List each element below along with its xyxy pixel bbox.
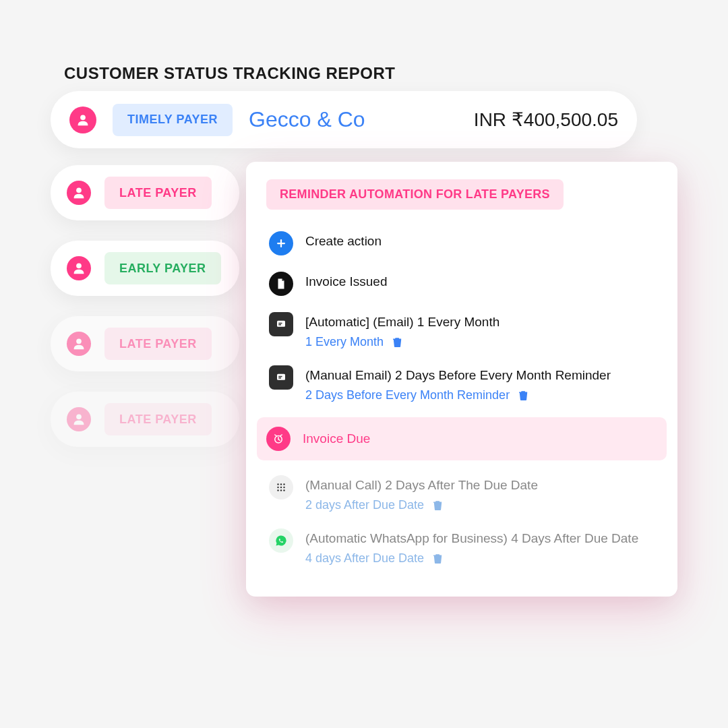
reminder-step[interactable]: (Manual Email) 2 Days Before Every Month… <box>266 357 657 411</box>
customer-row[interactable]: LATE PAYER <box>51 316 239 371</box>
message-icon <box>269 312 293 336</box>
customer-row[interactable]: EARLY PAYER <box>51 241 239 296</box>
company-name: Gecco & Co <box>249 107 365 132</box>
customer-row[interactable]: LATE PAYER <box>51 392 239 447</box>
invoice-issued-row: Invoice Issued <box>266 264 657 304</box>
customer-row[interactable]: LATE PAYER <box>51 165 239 220</box>
amount: INR ₹400,500.05 <box>474 109 618 131</box>
step-sublabel[interactable]: 2 days After Due Date <box>305 498 424 512</box>
step-label: [Automatic] (Email) 1 Every Month <box>305 315 655 330</box>
create-action-label: Create action <box>305 234 655 249</box>
step-sublabel[interactable]: 2 Days Before Every Month Reminder <box>305 388 510 402</box>
step-label: (Manual Call) 2 Days After The Due Date <box>305 478 655 493</box>
customer-row-featured[interactable]: TIMELY PAYER Gecco & Co INR ₹400,500.05 <box>51 91 637 148</box>
invoice-due-label: Invoice Due <box>303 431 370 446</box>
avatar <box>67 332 91 356</box>
reminder-step[interactable]: (Automatic WhatsApp for Business) 4 Days… <box>266 520 657 574</box>
keypad-icon <box>269 475 293 499</box>
create-action-row[interactable]: Create action <box>266 223 657 264</box>
status-badge-late: LATE PAYER <box>104 403 212 435</box>
status-badge-late: LATE PAYER <box>104 328 212 360</box>
reminder-step[interactable]: [Automatic] (Email) 1 Every Month 1 Ever… <box>266 304 657 357</box>
avatar <box>67 407 91 431</box>
trash-icon[interactable] <box>432 499 444 511</box>
invoice-issued-label: Invoice Issued <box>305 274 655 289</box>
step-label: (Automatic WhatsApp for Business) 4 Days… <box>305 531 655 546</box>
step-sublabel[interactable]: 4 days After Due Date <box>305 551 424 566</box>
page-title: CUSTOMER STATUS TRACKING REPORT <box>64 64 396 83</box>
whatsapp-icon <box>269 528 293 553</box>
trash-icon[interactable] <box>432 553 444 564</box>
status-row-list: LATE PAYER EARLY PAYER LATE PAYER LATE P… <box>51 165 239 447</box>
message-icon <box>269 365 293 390</box>
status-badge-early: EARLY PAYER <box>104 252 221 284</box>
step-sublabel[interactable]: 1 Every Month <box>305 335 384 349</box>
plus-icon <box>269 231 293 255</box>
panel-title: REMINDER AUTOMATION FOR LATE PAYERS <box>266 179 564 210</box>
avatar <box>67 256 91 280</box>
trash-icon[interactable] <box>392 336 403 348</box>
alarm-icon <box>266 427 291 451</box>
reminder-step[interactable]: (Manual Call) 2 Days After The Due Date … <box>266 467 657 520</box>
document-icon <box>269 272 293 296</box>
trash-icon[interactable] <box>518 390 529 401</box>
invoice-due-row[interactable]: Invoice Due <box>257 417 667 460</box>
reminder-panel: REMINDER AUTOMATION FOR LATE PAYERS Crea… <box>246 162 677 597</box>
step-label: (Manual Email) 2 Days Before Every Month… <box>305 368 655 383</box>
avatar <box>67 181 91 205</box>
status-badge-timely: TIMELY PAYER <box>113 104 233 136</box>
status-badge-late: LATE PAYER <box>104 177 212 209</box>
avatar <box>69 107 96 133</box>
